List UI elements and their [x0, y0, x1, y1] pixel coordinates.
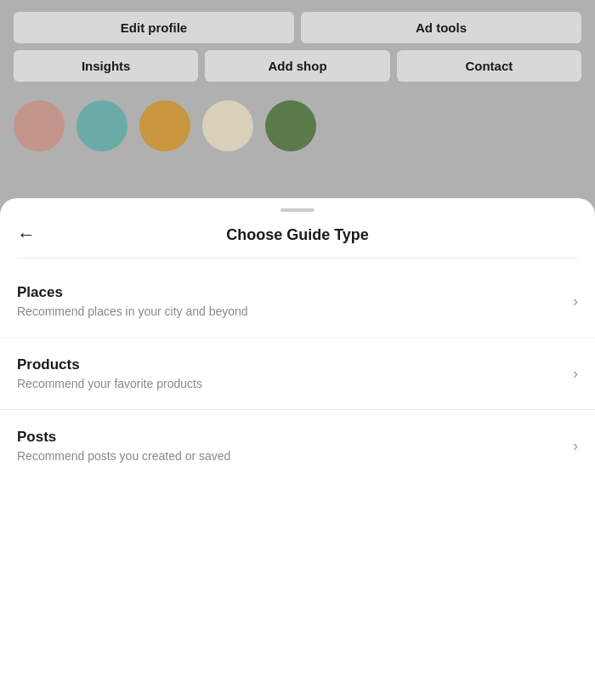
chevron-posts-icon: › [573, 437, 578, 455]
circle-3 [139, 100, 190, 151]
guide-text-posts: Posts Recommend posts you created or sav… [17, 429, 563, 463]
sheet-header: ← Choose Guide Type [0, 212, 595, 258]
guide-item-places[interactable]: Places Recommend places in your city and… [0, 265, 595, 338]
guide-text-places: Places Recommend places in your city and… [17, 284, 563, 318]
circle-5 [265, 100, 316, 151]
circles-row [0, 92, 595, 160]
circle-1 [14, 100, 65, 151]
ad-tools-button[interactable]: Ad tools [301, 12, 581, 43]
guide-title-places: Places [17, 284, 563, 301]
back-button[interactable]: ← [17, 225, 36, 244]
guide-item-products[interactable]: Products Recommend your favorite product… [0, 338, 595, 410]
sheet-title: Choose Guide Type [36, 226, 559, 244]
contact-button[interactable]: Contact [397, 50, 581, 82]
guide-items-container: Places Recommend places in your city and… [0, 259, 595, 488]
guide-title-posts: Posts [17, 429, 563, 446]
profile-buttons-row1: Edit profile Ad tools [0, 0, 595, 50]
guide-desc-products: Recommend your favorite products [17, 377, 563, 390]
edit-profile-button[interactable]: Edit profile [14, 12, 294, 43]
circle-4 [202, 100, 253, 151]
chevron-products-icon: › [573, 365, 578, 383]
bottom-sheet: ← Choose Guide Type Places Recommend pla… [0, 198, 595, 700]
guide-item-posts[interactable]: Posts Recommend posts you created or sav… [0, 410, 595, 481]
chevron-places-icon: › [573, 293, 578, 310]
insights-button[interactable]: Insights [14, 50, 198, 82]
background-area: Edit profile Ad tools Insights Add shop … [0, 0, 595, 221]
guide-text-products: Products Recommend your favorite product… [17, 356, 563, 390]
guide-title-products: Products [17, 356, 563, 373]
guide-desc-places: Recommend places in your city and beyond [17, 304, 563, 318]
guide-desc-posts: Recommend posts you created or saved [17, 449, 563, 463]
circle-2 [76, 100, 128, 151]
add-shop-button[interactable]: Add shop [205, 50, 389, 82]
profile-buttons-row2: Insights Add shop Contact [0, 50, 595, 92]
